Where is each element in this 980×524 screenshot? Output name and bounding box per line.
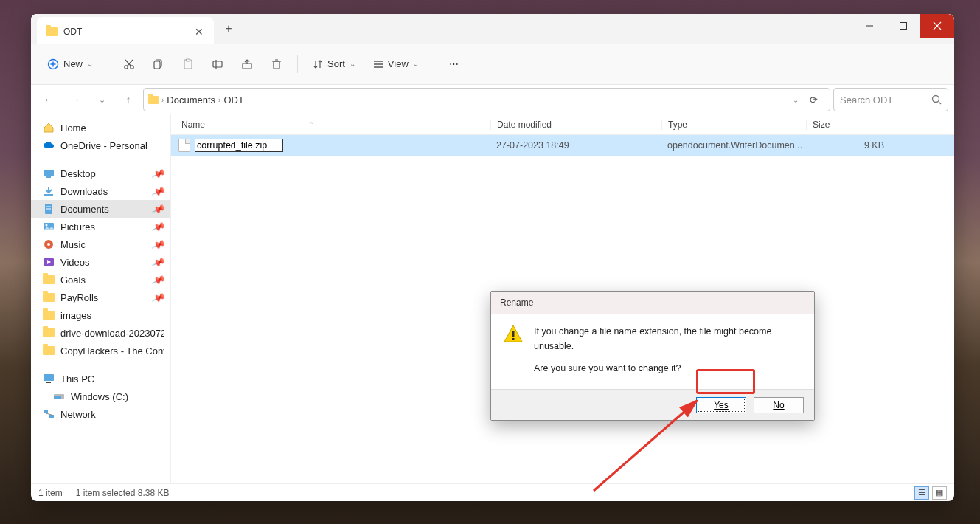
cut-icon xyxy=(123,58,135,70)
svg-rect-17 xyxy=(243,63,251,69)
paste-button[interactable] xyxy=(175,54,201,75)
rename-icon xyxy=(212,58,223,70)
sidebar-item-desktop[interactable]: Desktop📌 xyxy=(31,165,170,182)
folder-icon xyxy=(43,346,55,355)
svg-rect-15 xyxy=(213,61,222,67)
chevron-right-icon: › xyxy=(161,96,164,104)
svg-rect-12 xyxy=(154,61,160,69)
sidebar-item-downloads[interactable]: Downloads📌 xyxy=(31,182,170,200)
toolbar: New ⌄ Sort ⌄ View ⌄ ⋯ xyxy=(31,44,954,85)
sidebar-item-payrolls[interactable]: PayRolls📌 xyxy=(31,289,170,306)
refresh-button[interactable]: ⟳ xyxy=(802,94,825,106)
more-button[interactable]: ⋯ xyxy=(442,54,466,74)
tab-title: ODT xyxy=(63,27,187,37)
pin-icon: 📌 xyxy=(151,219,166,234)
file-type: opendocument.WriterDocumen... xyxy=(661,140,806,151)
view-label: View xyxy=(388,58,409,69)
home-icon xyxy=(43,123,55,133)
folder-icon xyxy=(148,96,159,104)
file-size: 9 KB xyxy=(806,140,897,151)
sidebar-item-music[interactable]: Music📌 xyxy=(31,235,170,253)
sidebar-item-documents[interactable]: Documents📌 xyxy=(31,200,170,218)
svg-rect-38 xyxy=(46,382,51,383)
chevron-down-icon[interactable]: ⌄ xyxy=(793,96,799,104)
recent-button[interactable]: ⌄ xyxy=(90,88,114,111)
desktop-icon xyxy=(43,168,55,179)
view-icon xyxy=(373,59,383,69)
statusbar: 1 item 1 item selected 8.38 KB ☰ ▦ xyxy=(31,483,954,501)
svg-rect-14 xyxy=(187,59,190,61)
search-box[interactable]: Search ODT xyxy=(833,88,948,111)
sidebar: Home OneDrive - Personal Desktop📌 Downlo… xyxy=(31,114,171,483)
breadcrumb-documents[interactable]: Documents xyxy=(167,94,215,106)
up-button[interactable]: ↑ xyxy=(117,88,140,111)
sidebar-item-thispc[interactable]: This PC xyxy=(31,370,170,387)
breadcrumb-odt[interactable]: ODT xyxy=(223,94,243,106)
chevron-right-icon: › xyxy=(218,96,220,104)
sidebar-item-home[interactable]: Home xyxy=(31,119,170,137)
address-bar[interactable]: › Documents › ODT ⌄ ⟳ xyxy=(143,88,830,111)
maximize-button[interactable] xyxy=(886,14,920,38)
yes-button[interactable]: Yes xyxy=(696,397,746,413)
sidebar-item-onedrive[interactable]: OneDrive - Personal xyxy=(31,137,170,154)
rename-dialog: Rename If you change a file name extensi… xyxy=(490,291,815,421)
disk-icon xyxy=(53,391,65,401)
search-icon xyxy=(931,94,942,105)
view-button[interactable]: View ⌄ xyxy=(366,54,426,74)
close-window-button[interactable] xyxy=(920,14,954,38)
back-button[interactable]: ← xyxy=(37,88,60,111)
svg-rect-44 xyxy=(512,331,515,337)
dialog-title: Rename xyxy=(491,292,814,314)
sidebar-item-windowsc[interactable]: Windows (C:) xyxy=(31,387,170,405)
documents-icon xyxy=(43,204,55,214)
chevron-down-icon: ⌄ xyxy=(413,60,419,68)
sidebar-item-images[interactable]: images xyxy=(31,306,170,324)
svg-rect-27 xyxy=(46,176,51,178)
chevron-down-icon: ⌄ xyxy=(350,60,355,68)
network-icon xyxy=(43,409,55,419)
svg-rect-18 xyxy=(274,61,279,69)
sort-button[interactable]: Sort ⌄ xyxy=(305,54,363,74)
close-tab-icon[interactable]: ✕ xyxy=(193,26,205,38)
paste-icon xyxy=(182,58,194,70)
svg-rect-37 xyxy=(44,374,54,381)
sidebar-item-goals[interactable]: Goals📌 xyxy=(31,271,170,289)
new-button[interactable]: New ⌄ xyxy=(40,54,100,75)
details-view-toggle[interactable]: ☰ xyxy=(914,486,929,500)
warning-icon xyxy=(503,324,524,345)
sidebar-item-drivedl[interactable]: drive-download-20230724T xyxy=(31,324,170,342)
column-date[interactable]: Date modified xyxy=(490,120,661,130)
svg-rect-40 xyxy=(54,396,61,399)
pin-icon: 📌 xyxy=(151,237,166,252)
svg-line-43 xyxy=(46,413,52,415)
file-row[interactable]: 27-07-2023 18:49 opendocument.WriterDocu… xyxy=(171,135,954,156)
share-icon xyxy=(241,58,253,70)
cloud-icon xyxy=(43,140,55,151)
rename-button[interactable] xyxy=(204,54,231,75)
chevron-down-icon: ⌄ xyxy=(87,60,93,68)
sidebar-item-network[interactable]: Network xyxy=(31,405,170,423)
sidebar-item-pictures[interactable]: Pictures📌 xyxy=(31,218,170,235)
minimize-button[interactable] xyxy=(852,14,886,38)
cut-button[interactable] xyxy=(116,54,142,75)
share-button[interactable] xyxy=(234,54,260,75)
icons-view-toggle[interactable]: ▦ xyxy=(932,486,947,500)
column-type[interactable]: Type xyxy=(661,120,806,130)
sidebar-item-videos[interactable]: Videos📌 xyxy=(31,253,170,271)
column-size[interactable]: Size xyxy=(806,120,897,130)
svg-rect-45 xyxy=(512,338,515,340)
column-name[interactable]: Name⌃ xyxy=(178,120,490,130)
folder-icon xyxy=(43,328,55,337)
no-button[interactable]: No xyxy=(754,397,804,413)
delete-button[interactable] xyxy=(263,54,290,75)
svg-rect-41 xyxy=(44,410,48,413)
sidebar-item-copyhackers[interactable]: CopyHackers - The Convers xyxy=(31,342,170,359)
new-tab-button[interactable]: + xyxy=(214,14,243,44)
svg-point-35 xyxy=(47,243,50,246)
rename-input[interactable] xyxy=(195,139,283,152)
forward-button[interactable]: → xyxy=(63,88,87,111)
dialog-message-2: Are you sure you want to change it? xyxy=(534,361,802,376)
tab-odt[interactable]: ODT ✕ xyxy=(37,17,214,46)
svg-line-25 xyxy=(939,102,941,104)
copy-button[interactable] xyxy=(145,54,172,75)
